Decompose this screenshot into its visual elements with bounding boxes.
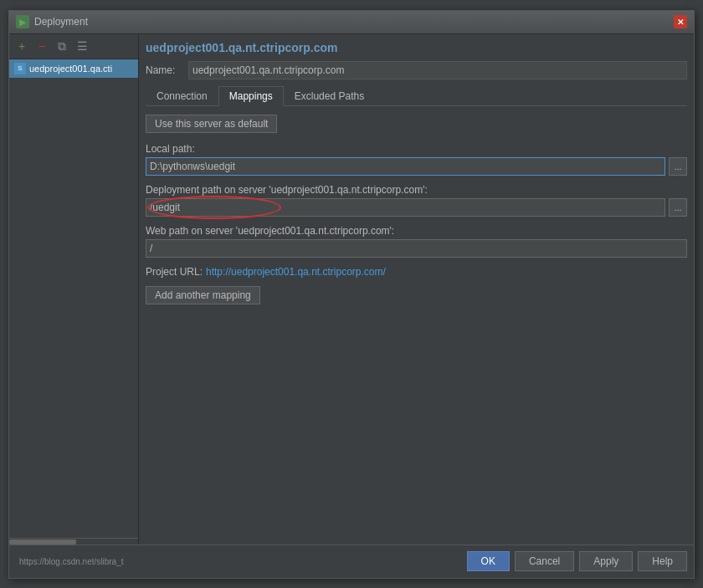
help-button[interactable]: Help: [638, 551, 687, 571]
deployment-window: ▶ Deployment ✕ + − ⧉ ☰ S uedproject001.q…: [8, 10, 695, 579]
tabs-bar: Connection Mappings Excluded Paths: [146, 86, 687, 106]
title-bar: ▶ Deployment ✕: [9, 11, 694, 34]
watermark: https://blog.csdn.net/slibra_t: [16, 557, 462, 566]
sidebar-item-label: uedproject001.qa.cti: [29, 64, 112, 74]
web-path-group: Web path on server 'uedproject001.qa.nt.…: [146, 225, 687, 258]
deployment-path-label: Deployment path on server 'uedproject001…: [146, 184, 687, 196]
local-path-group: Local path: ...: [146, 143, 687, 176]
server-title: uedproject001.qa.nt.ctripcorp.com: [146, 41, 687, 54]
cancel-button[interactable]: Cancel: [515, 551, 574, 571]
sidebar-scrollbar[interactable]: [9, 538, 138, 545]
main-content: + − ⧉ ☰ S uedproject001.qa.cti uedprojec…: [9, 34, 694, 545]
footer: https://blog.csdn.net/slibra_t OK Cancel…: [9, 545, 694, 578]
sidebar-scrollbar-thumb: [9, 539, 76, 545]
web-path-input-row: [146, 239, 687, 258]
project-url-row: Project URL: http://uedproject001.qa.nt.…: [146, 266, 687, 278]
window-icon: ▶: [16, 15, 29, 28]
tab-connection[interactable]: Connection: [146, 86, 218, 105]
local-path-input[interactable]: [146, 157, 665, 176]
name-label: Name:: [146, 64, 183, 76]
close-button[interactable]: ✕: [674, 15, 687, 28]
deployment-path-input[interactable]: [146, 198, 665, 217]
ok-button[interactable]: OK: [467, 551, 510, 571]
name-input[interactable]: [188, 61, 687, 79]
sidebar: + − ⧉ ☰ S uedproject001.qa.cti: [9, 34, 139, 545]
local-path-browse-button[interactable]: ...: [669, 157, 687, 176]
web-path-input[interactable]: [146, 239, 687, 258]
main-panel: uedproject001.qa.nt.ctripcorp.com Name: …: [139, 34, 694, 545]
copy-server-button[interactable]: ⧉: [53, 37, 71, 55]
tab-content-mappings: Use this server as default Local path: .…: [146, 115, 687, 538]
tab-mappings[interactable]: Mappings: [218, 86, 284, 106]
deployment-path-input-row: ...: [146, 198, 687, 217]
server-icon: S: [14, 63, 26, 74]
apply-button[interactable]: Apply: [579, 551, 633, 571]
deployment-path-group: Deployment path on server 'uedproject001…: [146, 184, 687, 217]
sidebar-toolbar: + − ⧉ ☰: [9, 34, 138, 59]
add-mapping-button[interactable]: Add another mapping: [146, 286, 260, 304]
use-default-button[interactable]: Use this server as default: [146, 115, 277, 133]
title-bar-text: Deployment: [34, 16, 674, 28]
remove-server-button[interactable]: −: [33, 37, 51, 55]
name-row: Name:: [146, 61, 687, 79]
list-button[interactable]: ☰: [73, 37, 91, 55]
project-url-label: Project URL:: [146, 266, 203, 278]
tab-excluded-paths[interactable]: Excluded Paths: [284, 86, 375, 105]
local-path-input-row: ...: [146, 157, 687, 176]
local-path-label: Local path:: [146, 143, 687, 155]
project-url-link[interactable]: http://uedproject001.qa.nt.ctripcorp.com…: [206, 266, 386, 278]
deployment-path-browse-button[interactable]: ...: [669, 198, 687, 217]
web-path-label: Web path on server 'uedproject001.qa.nt.…: [146, 225, 687, 237]
add-server-button[interactable]: +: [13, 37, 31, 55]
sidebar-item-server[interactable]: S uedproject001.qa.cti: [9, 59, 138, 78]
